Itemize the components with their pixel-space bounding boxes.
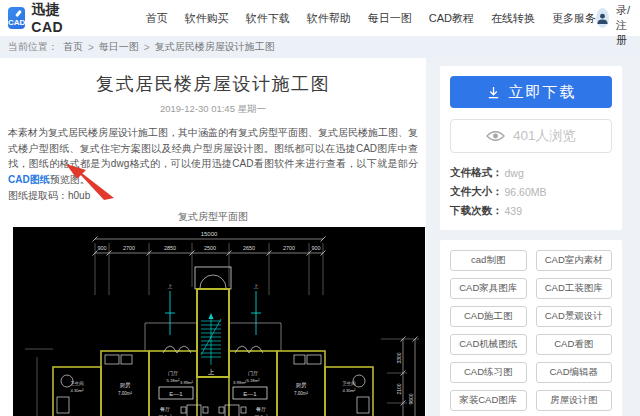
download-count-row: 下载次数： 439 xyxy=(450,201,612,220)
hall-label-right: 门厅 xyxy=(248,370,258,376)
nav-item-tutorials[interactable]: CAD教程 xyxy=(429,11,474,26)
kitchen-area-right: 7.00m² xyxy=(294,391,309,396)
nav-item-home[interactable]: 首页 xyxy=(146,11,168,26)
nav-item-help[interactable]: 软件帮助 xyxy=(307,11,351,26)
tag-cad-viewer[interactable]: CAD看图 xyxy=(536,334,613,355)
dim-seg-2: 2700 xyxy=(123,245,135,251)
dining-label-right: 餐厅 xyxy=(256,406,266,412)
article-card: 复式居民楼房屋设计施工图 2019-12-30 01:45 星期一 本素材为复式… xyxy=(0,58,426,416)
user-avatar-icon[interactable] xyxy=(596,8,609,28)
download-count-label: 下载次数： xyxy=(450,204,503,218)
article-date: 2019-12-30 01:45 星期一 xyxy=(8,103,418,116)
tag-home-cad-library[interactable]: 家装CAD图库 xyxy=(450,390,527,411)
login-register-link[interactable]: 登录/注册 xyxy=(616,0,637,48)
site-logo[interactable]: CAD 迅捷CAD xyxy=(8,1,68,35)
person-icon xyxy=(596,12,609,25)
nav-item-convert[interactable]: 在线转换 xyxy=(491,11,535,26)
bath-area-left: 4.30m² xyxy=(70,388,84,393)
file-size-row: 文件大小： 96.60MB xyxy=(450,182,612,201)
red-arrow-annotation xyxy=(62,162,120,202)
small-area-right: 3.99m² xyxy=(233,380,247,385)
nav-item-more[interactable]: 更多服务 xyxy=(552,11,596,26)
file-size-value: 96.60MB xyxy=(505,186,547,198)
top-navbar: CAD 迅捷CAD 首页 软件购买 软件下载 软件帮助 每日一图 CAD教程 在… xyxy=(0,0,640,36)
bath-area-right: 4.30m² xyxy=(342,388,356,393)
dim-seg-7: 900 xyxy=(311,245,320,251)
dim-right-2: 2100 xyxy=(396,383,402,394)
dim-right-1: 3300 xyxy=(396,352,402,363)
hall-area-left: 5.18m² xyxy=(166,378,180,383)
axis-up-label-right: 上 xyxy=(254,283,259,289)
e1-label-right: E—1 xyxy=(243,391,257,397)
breadcrumb-home[interactable]: 首页 xyxy=(63,40,83,54)
cad-drawings-link[interactable]: CAD图纸 xyxy=(8,174,50,185)
nav-item-buy[interactable]: 软件购买 xyxy=(185,11,229,26)
dim-seg-4: 2500 xyxy=(204,245,216,251)
tag-cad-workwear[interactable]: CAD工装图库 xyxy=(536,278,613,299)
breadcrumb-daily-image[interactable]: 每日一图 xyxy=(99,40,139,54)
tag-cad-furniture[interactable]: CAD家具图库 xyxy=(450,278,527,299)
extraction-code-label: 图纸提取码： xyxy=(8,190,68,201)
bath-label-right: 卫生间 xyxy=(341,380,356,387)
tag-cad-editor[interactable]: CAD编辑器 xyxy=(536,362,613,383)
breadcrumb: 当前位置： 首页 > 每日一图 > 复式居民楼房屋设计施工图 xyxy=(0,36,640,58)
breadcrumb-current-page: 复式居民楼房屋设计施工图 xyxy=(155,40,275,54)
tag-cad-drafting[interactable]: cad制图 xyxy=(450,250,527,271)
download-icon xyxy=(486,85,501,100)
tag-cad-construction[interactable]: CAD施工图 xyxy=(450,306,527,327)
page-title: 复式居民楼房屋设计施工图 xyxy=(8,72,418,96)
file-size-label: 文件大小： xyxy=(450,185,503,199)
file-format-value: dwg xyxy=(505,167,524,179)
axis-up-label-left: 上 xyxy=(168,283,173,289)
hall-area-right: 5.18m² xyxy=(246,378,260,383)
dim-seg-1: 900 xyxy=(97,245,106,251)
download-button[interactable]: 立即下载 xyxy=(450,76,612,108)
sidebar: 立即下载 401人浏览 文件格式： dwg 文件大小： 96.60MB xyxy=(440,66,622,416)
dim-right-4: 9600 xyxy=(408,393,414,404)
kitchen-label-left: 厨房 xyxy=(120,382,132,388)
dining-label-left: 餐厅 xyxy=(160,406,170,412)
tag-cad-mechanical[interactable]: CAD机械图纸 xyxy=(450,334,527,355)
small-area-left: 3.99m² xyxy=(180,380,194,385)
file-info: 文件格式： dwg 文件大小： 96.60MB 下载次数： 439 xyxy=(450,163,612,220)
dim-total: 15000 xyxy=(201,231,218,237)
download-count-value: 439 xyxy=(505,205,523,217)
views-counter: 401人浏览 xyxy=(450,119,612,153)
download-button-label: 立即下载 xyxy=(509,83,577,102)
tag-house-design[interactable]: 房屋设计图 xyxy=(536,390,613,411)
logo-text: 迅捷CAD xyxy=(31,1,68,35)
eye-icon xyxy=(486,130,505,142)
main-nav: 首页 软件购买 软件下载 软件帮助 每日一图 CAD教程 在线转换 更多服务 xyxy=(146,11,596,26)
bath-label-left: 卫生间 xyxy=(69,380,84,387)
floor-plan-drawing: 15000 900 2700 2850 2500 2650 2700 900 xyxy=(13,227,425,416)
download-card: 立即下载 401人浏览 文件格式： dwg 文件大小： 96.60MB xyxy=(440,66,622,230)
stair-up-label: 上 xyxy=(208,368,215,375)
file-format-label: 文件格式： xyxy=(450,166,503,180)
tag-cad-landscape[interactable]: CAD景观设计 xyxy=(536,306,613,327)
category-tags-card: cad制图 CAD室内素材 CAD家具图库 CAD工装图库 CAD施工图 CAD… xyxy=(440,240,622,416)
dim-seg-6: 2700 xyxy=(283,245,295,251)
tag-cad-interior[interactable]: CAD室内素材 xyxy=(536,250,613,271)
drawing-caption: 复式房型平面图 xyxy=(8,210,418,224)
dim-seg-3: 2850 xyxy=(164,245,176,251)
e1-label-left: E—1 xyxy=(169,391,183,397)
nav-item-download[interactable]: 软件下载 xyxy=(246,11,290,26)
file-format-row: 文件格式： dwg xyxy=(450,163,612,182)
cad-logo-icon: CAD xyxy=(8,7,25,29)
tag-cad-practice[interactable]: CAD练习图 xyxy=(450,362,527,383)
kitchen-area-left: 7.00m² xyxy=(118,391,133,396)
dim-seg-5: 2650 xyxy=(243,245,255,251)
views-count-text: 401人浏览 xyxy=(513,127,576,145)
breadcrumb-prefix: 当前位置： xyxy=(8,40,58,54)
nav-item-daily-image[interactable]: 每日一图 xyxy=(368,11,412,26)
kitchen-label-right: 厨房 xyxy=(296,382,308,388)
hall-label-left: 门厅 xyxy=(168,370,178,376)
